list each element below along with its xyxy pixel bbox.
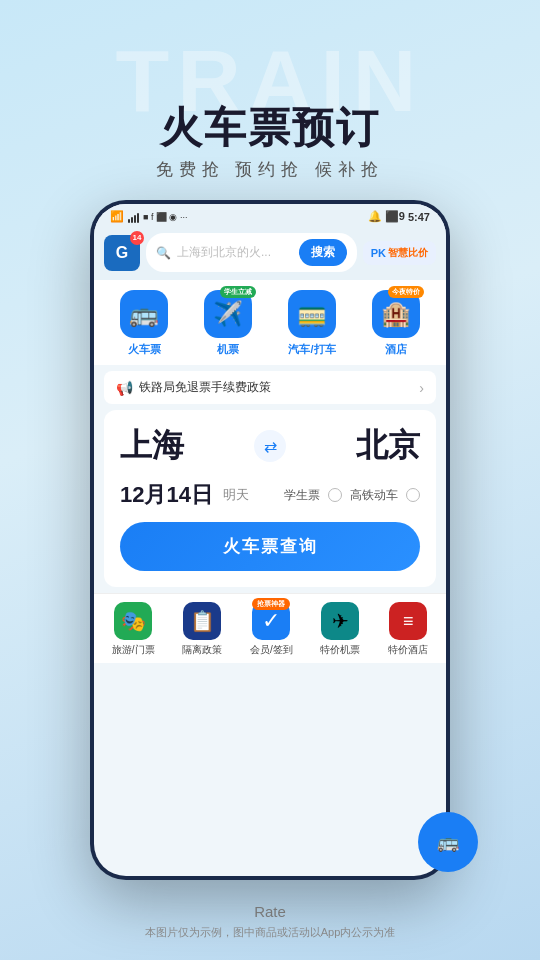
cheapflight-label: 特价机票 bbox=[320, 643, 360, 657]
zhixin-watermark: 🚌 bbox=[418, 812, 478, 872]
bus-icon-circle: 🚃 bbox=[288, 290, 336, 338]
pk-button[interactable]: PK 智慧比价 bbox=[363, 241, 436, 265]
from-city[interactable]: 上海 bbox=[120, 424, 184, 468]
flight-icon: ✈️ bbox=[213, 300, 243, 328]
status-right: 🔔 ⬛9 5:47 bbox=[368, 210, 430, 223]
bus-label: 汽车/打车 bbox=[288, 342, 335, 357]
cheaphotel-label: 特价酒店 bbox=[388, 643, 428, 657]
notice-content: 铁路局免退票手续费政策 bbox=[139, 379, 271, 396]
option-row: 学生票 高铁动车 bbox=[284, 487, 420, 504]
phone-screen: 📶 ■ f ⬛ ◉ ··· 🔔 ⬛9 5:47 G 14 🔍 上海到北京的火..… bbox=[94, 204, 446, 876]
bottom-nav-member[interactable]: 抢票神器 ✓ 会员/签到 bbox=[250, 602, 293, 657]
quarantine-label: 隔离政策 bbox=[182, 643, 222, 657]
highspeed-label: 高铁动车 bbox=[350, 487, 398, 504]
nav-icons: 🚌 火车票 学生立减 ✈️ 机票 🚃 汽车/打车 今夜特价 🏨 bbox=[94, 280, 446, 365]
notice-icon: 📢 bbox=[116, 380, 133, 396]
page-title: 火车票预订 bbox=[0, 100, 540, 156]
flight-badge: 学生立减 bbox=[220, 286, 256, 298]
flight-label: 机票 bbox=[217, 342, 239, 357]
search-input-wrap[interactable]: 🔍 上海到北京的火... 搜索 bbox=[146, 233, 357, 272]
train-icon-circle: 🚌 bbox=[120, 290, 168, 338]
wifi-icon: 📶 bbox=[110, 210, 124, 223]
student-ticket-label: 学生票 bbox=[284, 487, 320, 504]
travel-icon-circle: 🎭 bbox=[114, 602, 152, 640]
pk-label: 智慧比价 bbox=[388, 246, 428, 260]
notice-arrow-icon: › bbox=[419, 380, 424, 396]
travel-label: 旅游/门票 bbox=[112, 643, 155, 657]
pk-prefix: PK bbox=[371, 247, 386, 259]
search-area: G 14 🔍 上海到北京的火... 搜索 PK 智慧比价 bbox=[94, 227, 446, 280]
phone-mockup: 📶 ■ f ⬛ ◉ ··· 🔔 ⬛9 5:47 G 14 🔍 上海到北京的火..… bbox=[90, 200, 450, 880]
route-row: 上海 ⇄ 北京 bbox=[120, 424, 420, 468]
search-placeholder: 上海到北京的火... bbox=[177, 244, 293, 261]
highspeed-radio[interactable] bbox=[406, 488, 420, 502]
member-label: 会员/签到 bbox=[250, 643, 293, 657]
signal-icon bbox=[128, 211, 139, 223]
zhixin-ring: 🚌 bbox=[418, 812, 478, 872]
swap-button[interactable]: ⇄ bbox=[254, 430, 286, 462]
hotel-icon: 🏨 bbox=[381, 300, 411, 328]
search-button[interactable]: 搜索 bbox=[299, 239, 347, 266]
nav-item-bus[interactable]: 🚃 汽车/打车 bbox=[288, 290, 336, 357]
train-label: 火车票 bbox=[128, 342, 161, 357]
route-section: 上海 ⇄ 北京 12月14日 明天 学生票 高铁动车 火车票查询 bbox=[104, 410, 436, 587]
cheaphotel-icon: ≡ bbox=[403, 611, 414, 632]
swap-icon: ⇄ bbox=[264, 437, 277, 456]
date-sub: 明天 bbox=[223, 486, 249, 504]
cheapflight-icon-circle: ✈ bbox=[321, 602, 359, 640]
member-icon: ✓ bbox=[262, 608, 280, 634]
notice-banner[interactable]: 📢 铁路局免退票手续费政策 › bbox=[104, 371, 436, 404]
search-icon: 🔍 bbox=[156, 246, 171, 260]
bottom-nav-travel[interactable]: 🎭 旅游/门票 bbox=[112, 602, 155, 657]
status-left: 📶 ■ f ⬛ ◉ ··· bbox=[110, 210, 187, 223]
network-label: ■ f ⬛ ◉ ··· bbox=[143, 212, 187, 222]
bottom-nav-cheaphotel[interactable]: ≡ 特价酒店 bbox=[388, 602, 428, 657]
hotel-badge: 今夜特价 bbox=[388, 286, 424, 298]
date-row: 12月14日 明天 学生票 高铁动车 bbox=[120, 480, 420, 510]
notice-text: 📢 铁路局免退票手续费政策 bbox=[116, 379, 271, 396]
bottom-nav-quarantine[interactable]: 📋 隔离政策 bbox=[182, 602, 222, 657]
cheapflight-icon: ✈ bbox=[332, 609, 349, 633]
nav-item-train[interactable]: 🚌 火车票 bbox=[120, 290, 168, 357]
page-subtitle: 免费抢 预约抢 候补抢 bbox=[0, 158, 540, 181]
hotel-label: 酒店 bbox=[385, 342, 407, 357]
quarantine-icon-circle: 📋 bbox=[183, 602, 221, 640]
status-bar: 📶 ■ f ⬛ ◉ ··· 🔔 ⬛9 5:47 bbox=[94, 204, 446, 227]
nav-item-flight[interactable]: 学生立减 ✈️ 机票 bbox=[204, 290, 252, 357]
app-badge: 14 bbox=[130, 231, 144, 245]
app-icon-button[interactable]: G 14 bbox=[104, 235, 140, 271]
member-badge: 抢票神器 bbox=[252, 598, 290, 610]
travel-icon: 🎭 bbox=[121, 609, 146, 633]
rate-label[interactable]: Rate bbox=[254, 903, 286, 920]
bus-icon: 🚃 bbox=[297, 300, 327, 328]
app-icon-letter: G bbox=[116, 244, 128, 262]
nav-item-hotel[interactable]: 今夜特价 🏨 酒店 bbox=[372, 290, 420, 357]
date-main[interactable]: 12月14日 bbox=[120, 480, 213, 510]
cheaphotel-icon-circle: ≡ bbox=[389, 602, 427, 640]
footer-note: 本图片仅为示例，图中商品或活动以App内公示为准 bbox=[0, 925, 540, 940]
bottom-nav: 🎭 旅游/门票 📋 隔离政策 抢票神器 ✓ 会员/签到 ✈ bbox=[94, 593, 446, 663]
student-ticket-radio[interactable] bbox=[328, 488, 342, 502]
time-display: 5:47 bbox=[408, 211, 430, 223]
zhixin-icon: 🚌 bbox=[437, 831, 459, 853]
bottom-nav-cheapflight[interactable]: ✈ 特价机票 bbox=[320, 602, 360, 657]
train-icon: 🚌 bbox=[129, 300, 159, 328]
to-city[interactable]: 北京 bbox=[356, 424, 420, 468]
battery-label: ⬛9 bbox=[385, 210, 405, 223]
alarm-icon: 🔔 bbox=[368, 210, 382, 223]
quarantine-icon: 📋 bbox=[190, 609, 215, 633]
search-train-button[interactable]: 火车票查询 bbox=[120, 522, 420, 571]
